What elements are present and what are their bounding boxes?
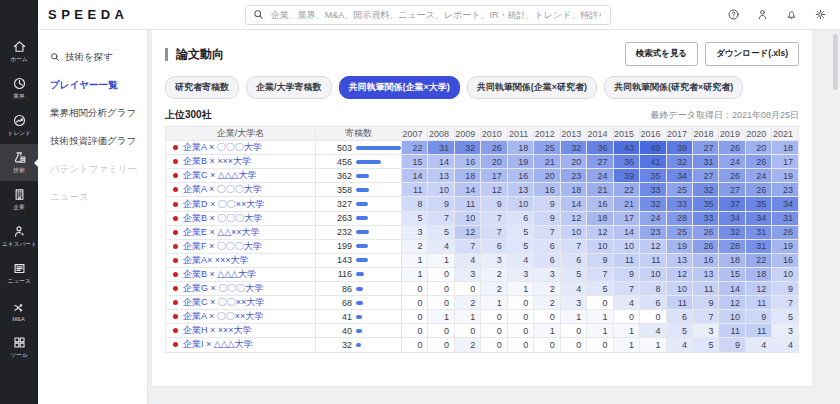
sidebar-item-ma[interactable]: M&A	[0, 292, 38, 329]
heatmap-cell: 18	[507, 141, 533, 155]
red-dot-icon	[173, 258, 178, 263]
count-cell: 32	[316, 338, 402, 352]
pair-name-link[interactable]: 企業C × △△△大学	[183, 170, 257, 180]
sidebar-item-news[interactable]: ニュース	[0, 255, 38, 292]
sidebar-item-label: ホーム	[10, 55, 27, 64]
view-search-expression-button[interactable]: 検索式を見る	[625, 42, 698, 66]
heatmap-cell: 11	[666, 296, 692, 310]
sidebar-item-home[interactable]: ホーム	[0, 33, 38, 70]
heatmap-cell: 13	[507, 183, 533, 197]
speeda-logo: SPEEDA	[48, 7, 128, 22]
tab-coauthor-researcher-researcher[interactable]: 共同執筆関係(研究者×研究者)	[604, 76, 743, 99]
subnav-item-industry-correlation[interactable]: 業界相関分析グラフ	[50, 99, 147, 127]
pair-name-cell: 企業E × △△××大学	[166, 225, 316, 239]
count-cell: 263	[316, 211, 402, 225]
pair-name-cell: 企業B × 〇〇〇大学	[166, 211, 316, 225]
sidebar-item-industry[interactable]: 業界	[0, 70, 38, 107]
count-value: 41	[316, 312, 352, 322]
pair-name-link[interactable]: 企業A × 〇〇〇大学	[183, 142, 262, 152]
pair-name-link[interactable]: 企業A × 〇〇〇大学	[183, 184, 262, 194]
tab-company-university-contributions[interactable]: 企業/大学寄稿数	[246, 76, 332, 99]
red-dot-icon	[173, 202, 178, 207]
sidebar-item-tools[interactable]: ツール	[0, 329, 38, 366]
count-cell: 40	[316, 324, 402, 338]
heatmap-cell: 39	[613, 169, 639, 183]
year-column-header: 2013	[560, 127, 586, 141]
pair-name-link[interactable]: 企業B × 〇〇〇大学	[183, 213, 262, 223]
heatmap-cell: 0	[587, 296, 613, 310]
year-column-header: 2014	[587, 127, 613, 141]
heatmap-cell: 31	[772, 211, 799, 225]
sidebar-item-trend[interactable]: トレンド	[0, 107, 38, 144]
red-dot-icon	[173, 272, 178, 277]
pair-name-cell: 企業G × 〇〇〇大学	[166, 282, 316, 296]
pair-name-cell: 企業I × △△△大学	[166, 338, 316, 352]
heatmap-cell: 13	[666, 253, 692, 267]
table-header-row: 企業/大学名 寄稿数 20072008200920102011201220132…	[166, 127, 799, 141]
year-column-header: 2011	[507, 127, 533, 141]
global-search[interactable]	[245, 5, 611, 25]
pair-name-link[interactable]: 企業F × 〇〇〇大学	[183, 241, 262, 251]
count-cell: 143	[316, 253, 402, 267]
pair-name-link[interactable]: 企業G × 〇〇〇大学	[183, 283, 263, 293]
pair-name-cell: 企業C × △△△大学	[166, 169, 316, 183]
pair-name-link[interactable]: 企業A× ×××大学	[183, 255, 249, 265]
heatmap-cell: 5	[560, 267, 586, 281]
help-icon[interactable]	[727, 8, 740, 21]
user-icon[interactable]	[756, 8, 769, 21]
heatmap-cell: 5	[587, 282, 613, 296]
sidebar-item-label: 技術	[13, 166, 24, 175]
pair-name-link[interactable]: 企業I × △△△大学	[183, 339, 253, 349]
heatmap-cell: 6	[481, 239, 507, 253]
heatmap-cell: 12	[666, 267, 692, 281]
pair-name-link[interactable]: 企業A × 〇〇××大学	[183, 311, 263, 321]
heatmap-cell: 16	[534, 183, 560, 197]
heatmap-cell: 26	[745, 155, 771, 169]
tab-researcher-contributions[interactable]: 研究者寄稿数	[165, 76, 239, 99]
pair-name-link[interactable]: 企業D × 〇〇××大学	[183, 199, 264, 209]
count-bar	[356, 315, 362, 319]
heatmap-cell: 14	[428, 155, 454, 169]
heatmap-cell: 11	[640, 253, 666, 267]
heatmap-cell: 3	[402, 225, 428, 239]
heatmap-cell: 0	[507, 338, 533, 352]
pair-name-link[interactable]: 企業C × 〇〇××大学	[183, 297, 264, 307]
search-icon	[50, 52, 60, 62]
table-row: 企業D × 〇〇××大学3278911910914162132333537353…	[166, 197, 799, 211]
vertical-scrollbar[interactable]	[833, 34, 838, 90]
heatmap-cell: 0	[507, 296, 533, 310]
sidebar-item-expert[interactable]: エキスパート	[0, 218, 38, 255]
topbar: SPEEDA	[38, 0, 840, 30]
pair-name-link[interactable]: 企業H × ×××大学	[183, 325, 252, 335]
gear-icon[interactable]	[814, 8, 827, 21]
download-xls-button[interactable]: ダウンロード(.xls)	[705, 42, 799, 66]
count-cell: 503	[316, 141, 402, 155]
pair-name-cell: 企業A × 〇〇××大学	[166, 310, 316, 324]
tab-coauthor-company-researcher[interactable]: 共同執筆関係(企業×研究者)	[467, 76, 597, 99]
tab-coauthor-company-university[interactable]: 共同執筆関係(企業×大学)	[339, 76, 460, 99]
heatmap-cell: 1	[587, 324, 613, 338]
search-input[interactable]	[269, 9, 603, 21]
bell-icon[interactable]	[785, 8, 798, 21]
heatmap-cell: 14	[454, 183, 480, 197]
heatmap-cell: 39	[666, 141, 692, 155]
heatmap-cell: 11	[745, 296, 771, 310]
heatmap-cell: 14	[560, 197, 586, 211]
pair-name-link[interactable]: 企業B × △△△大学	[183, 269, 256, 279]
subnav-item-patent-family: パテントファミリー	[50, 155, 147, 183]
heatmap-cell: 14	[402, 169, 428, 183]
sidebar-item-technology[interactable]: 技術	[0, 144, 38, 181]
count-value: 503	[316, 143, 352, 153]
heatmap-cell: 0	[481, 324, 507, 338]
subnav-search-technology[interactable]: 技術を探す	[50, 43, 147, 71]
heatmap-cell: 0	[507, 324, 533, 338]
heatmap-cell: 0	[428, 338, 454, 352]
year-column-header: 2007	[402, 127, 428, 141]
heatmap-cell: 4	[772, 338, 799, 352]
pair-name-link[interactable]: 企業E × △△××大学	[183, 227, 260, 237]
pair-name-link[interactable]: 企業B × ×××大学	[183, 156, 251, 166]
subnav-item-tech-investment[interactable]: 技術投資評価グラフ	[50, 127, 147, 155]
subnav-item-player-list[interactable]: プレイヤー一覧	[50, 71, 147, 99]
sidebar-item-company[interactable]: 企業	[0, 181, 38, 218]
heatmap-cell: 33	[692, 211, 718, 225]
